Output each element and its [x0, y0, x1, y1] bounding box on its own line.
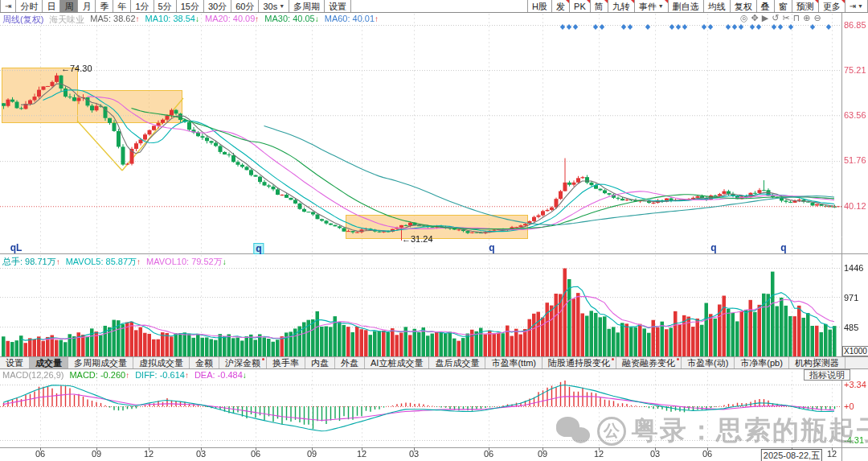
tool-button[interactable]: 叠 [757, 0, 775, 12]
indicator-help-button[interactable]: 指标说明 [804, 369, 850, 381]
volume-values: 总手: 98.71万↑MAVOL5: 85.87万↑MAVOL10: 79.52… [2, 256, 227, 268]
macd-axis-label: -4.31 [844, 435, 864, 445]
price-axis-label: 51.76 [844, 155, 866, 165]
indicator-value: DEA: -0.484↓ [194, 370, 247, 380]
time-axis-label: 12 [594, 449, 604, 459]
indicator-value: MA30: 40.05↓ [264, 14, 318, 26]
period-button[interactable]: 月 [78, 0, 96, 12]
down-arrow-icon: ↓ [223, 257, 227, 266]
tab-item[interactable]: 外盘 [335, 357, 365, 368]
price-annotation: ←74.30 [61, 64, 92, 73]
event-marker[interactable]: q [710, 243, 716, 253]
period-button[interactable]: 60分 [231, 0, 259, 12]
tool-button[interactable]: 复权 [731, 0, 757, 12]
tab-item[interactable]: 换手率 [267, 357, 305, 368]
tab-item[interactable]: 沪深金额 [219, 357, 267, 368]
chart-canvas[interactable] [0, 0, 868, 461]
tool-button[interactable]: 发 [552, 0, 570, 12]
price-axis-label: 86.85 [844, 20, 866, 30]
tab-item[interactable]: 市净率(pb) [735, 357, 789, 368]
tool-button[interactable]: 窗 [775, 0, 792, 12]
undo-icon[interactable]: ↺ [772, 13, 779, 23]
event-marker[interactable]: qL [10, 243, 23, 253]
zoom-in-icon[interactable]: ⊕ [803, 13, 810, 23]
hand-icon[interactable]: ✥ [751, 13, 759, 23]
collapse-left-icon[interactable]: ⇥ [0, 0, 16, 12]
indicator-value: MA60: 40.01↑ [325, 14, 379, 26]
time-axis-label: 09 [538, 449, 547, 459]
event-marker[interactable]: q [253, 243, 264, 254]
tool-button[interactable]: 简 [591, 0, 608, 12]
lock-icon[interactable]: ⊓ [793, 13, 800, 23]
period-button[interactable]: 年 [113, 0, 131, 12]
time-axis-label: 03 [409, 449, 419, 459]
tool-button[interactable]: 更多 [819, 0, 845, 12]
volume-axis-label: 1446 [844, 263, 863, 273]
time-axis-label: 12 [357, 449, 366, 459]
zoom-out-icon[interactable]: ⊖ [814, 13, 821, 23]
tab-item[interactable]: 盘后成交量 [429, 357, 485, 368]
indicator-value: DIFF: -0.614↑ [135, 370, 189, 380]
up-arrow-icon: ↑ [136, 14, 140, 23]
tool-button[interactable]: 删自选 [669, 0, 704, 12]
indicator-value: MAVOL10: 79.52万↓ [146, 256, 227, 268]
period-button[interactable]: 分时 [16, 0, 43, 12]
macd-formula: MACD(12,26,9) [2, 370, 63, 380]
indicator-value: MA5: 38.62↑ [90, 14, 139, 26]
stock-name: 海天味业 [49, 14, 84, 26]
badge-corner [631, 0, 634, 3]
tab-item[interactable]: 成交量 [30, 357, 68, 368]
tool-button[interactable]: 均线 [704, 0, 731, 12]
event-marker[interactable]: q [489, 243, 494, 253]
period-button[interactable]: 设置 [325, 0, 351, 12]
tab-item[interactable]: 多周期成交量 [68, 357, 133, 368]
period-button[interactable]: 季 [96, 0, 113, 12]
time-axis-label: 03 [196, 449, 206, 459]
tool-button[interactable]: 预测 [792, 0, 819, 12]
period-button[interactable]: 日 [43, 0, 60, 12]
tool-button[interactable]: PK [570, 0, 591, 12]
tab-item[interactable]: AI立桩成交量 [365, 357, 429, 368]
tool-button[interactable]: 事件▼ [635, 0, 669, 12]
badge-corner [587, 0, 590, 3]
period-button[interactable]: 1分 [131, 0, 154, 12]
tab-item[interactable]: 设置 [0, 357, 30, 368]
time-axis-label: 09 [307, 449, 317, 459]
tab-item[interactable]: 融资融券变化 [616, 357, 682, 368]
tab-item[interactable]: 虚拟成交量 [133, 357, 190, 368]
badge-corner [665, 0, 668, 3]
badge-corner [815, 0, 818, 3]
tab-item[interactable]: 陆股通持股变化 [542, 357, 616, 368]
play-icon[interactable]: ▶ [762, 13, 768, 23]
price-axis-label: 40.12 [844, 201, 866, 211]
tool-button[interactable]: 九转 [608, 0, 635, 12]
indicator-value: MAVOL5: 85.87万↑ [66, 256, 141, 268]
chevron-down-icon: ▼ [279, 1, 285, 12]
badge-corner [841, 0, 845, 3]
period-button[interactable]: 5分 [154, 0, 177, 12]
top-toolbar: ⇥分时日周月季年1分5分15分30分60分30s▼多周期设置 H股发PK简九转事… [0, 0, 868, 13]
price-axis-label: 75.21 [844, 65, 866, 75]
collapse-right-icon[interactable]: ⇥▼ [845, 0, 868, 12]
up-arrow-icon: ↑ [137, 257, 141, 266]
period-button[interactable]: 30s▼ [259, 0, 289, 12]
event-marker[interactable]: q [780, 243, 786, 253]
scissors-icon[interactable]: ✂ [783, 13, 790, 23]
price-annotation: ←31.24 [402, 234, 433, 244]
tab-item[interactable]: 市盈率(ttm) [485, 357, 542, 368]
period-button[interactable]: 15分 [177, 0, 204, 12]
time-axis-label: 06 [702, 449, 712, 459]
tab-item[interactable]: 金额 [190, 357, 219, 368]
period-button[interactable]: 多周期 [289, 0, 325, 12]
down-arrow-icon: ↓ [243, 371, 247, 380]
period-button[interactable]: 30分 [204, 0, 231, 12]
tab-item[interactable]: 内盘 [305, 357, 335, 368]
badge-dot [262, 358, 264, 360]
indicator-value: MA20: 40.09↑ [205, 14, 259, 26]
tab-item[interactable]: 机构探测器 [789, 357, 845, 368]
indicator-tab-bar: 设置成交量多周期成交量虚拟成交量金额沪深金额换手率内盘外盘AI立桩成交量盘后成交… [0, 356, 868, 369]
eye-icon[interactable]: ◎ [740, 13, 748, 23]
period-button[interactable]: 周 [60, 0, 78, 12]
tool-button[interactable]: H股 [527, 0, 552, 12]
tab-item[interactable]: 市盈率(动) [682, 357, 735, 368]
